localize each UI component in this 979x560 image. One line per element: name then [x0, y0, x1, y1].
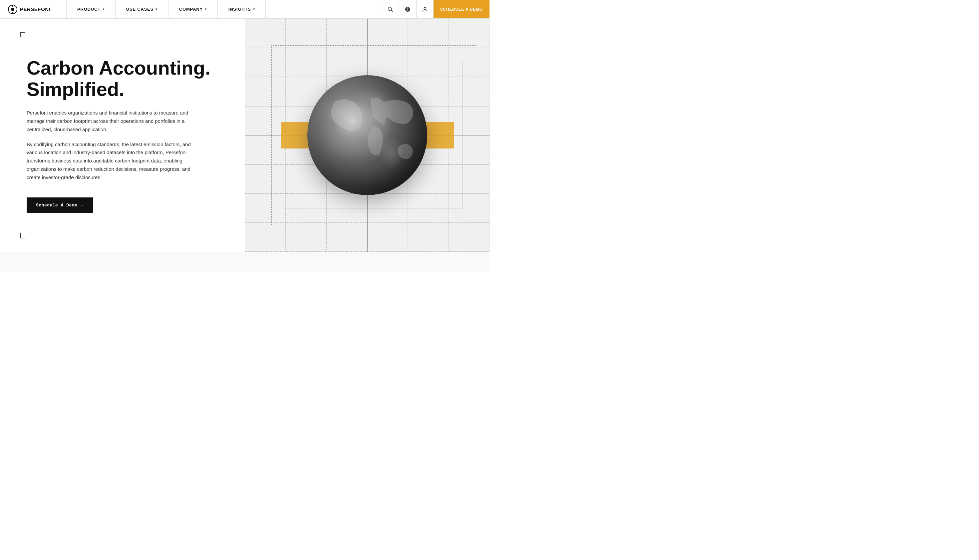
grid-cell	[286, 48, 327, 77]
nav-item-use-cases[interactable]: USE CASES ▾	[115, 0, 168, 18]
persefoni-logo-icon	[8, 5, 17, 14]
nav-item-product[interactable]: PRODUCT ▾	[67, 0, 115, 18]
nav-item-insights[interactable]: INSIGHTS ▾	[218, 0, 266, 18]
svg-point-11	[424, 7, 426, 9]
grid-cell	[245, 165, 286, 194]
grid-cell	[245, 223, 286, 252]
nav-use-cases-label: USE CASES	[126, 7, 153, 12]
grid-cell	[326, 193, 367, 223]
grid-cell	[408, 193, 449, 223]
bottom-section	[0, 252, 489, 272]
grid-cell	[326, 48, 367, 77]
grid-cell	[449, 106, 490, 135]
nav-company-label: COMPANY	[179, 7, 203, 12]
hero-cta-label: Schedule A Demo	[36, 203, 78, 208]
grid-cell	[449, 48, 490, 77]
globe-container	[307, 75, 427, 195]
globe-visual	[307, 75, 427, 195]
schedule-demo-button[interactable]: SCHEDULE A DEMO	[434, 0, 489, 18]
grid-cell	[449, 77, 490, 106]
hero-right	[245, 18, 489, 252]
grid-cell	[367, 18, 408, 48]
grid-cell	[245, 135, 286, 165]
user-icon	[422, 7, 427, 12]
chevron-down-icon: ▾	[253, 7, 255, 11]
hero-description-1: Persefoni enables organizations and fina…	[27, 109, 200, 133]
grid-cell	[449, 193, 490, 223]
navigation: PERSEFONI PRODUCT ▾ USE CASES ▾ COMPANY …	[0, 0, 489, 18]
nav-items: PRODUCT ▾ USE CASES ▾ COMPANY ▾ INSIGHTS…	[67, 0, 382, 18]
chevron-down-icon: ▾	[205, 7, 207, 11]
grid-cell	[326, 223, 367, 252]
nav-product-label: PRODUCT	[77, 7, 100, 12]
grid-cell	[245, 77, 286, 106]
grid-cell	[245, 193, 286, 223]
hero-left: Carbon Accounting. Simplified. Persefoni…	[0, 18, 245, 252]
globe-continents-svg	[307, 75, 427, 195]
user-button[interactable]	[416, 0, 434, 18]
nav-item-company[interactable]: COMPANY ▾	[168, 0, 218, 18]
hero-cta-button[interactable]: Schedule A Demo →	[27, 197, 93, 213]
grid-cell	[245, 48, 286, 77]
hero-description-2: By codifying carbon accounting standards…	[27, 140, 200, 182]
logo-link[interactable]: PERSEFONI	[0, 0, 67, 18]
grid-cell	[449, 18, 490, 48]
grid-cell	[286, 18, 327, 48]
grid-cell	[286, 193, 327, 223]
corner-bracket-top-left	[20, 32, 25, 37]
grid-cell	[245, 106, 286, 135]
grid-cell	[326, 18, 367, 48]
svg-point-1	[11, 8, 14, 11]
globe-icon	[405, 7, 410, 12]
globe-button[interactable]	[399, 0, 416, 18]
grid-cell	[449, 135, 490, 165]
arrow-icon: →	[81, 203, 83, 208]
hero-section: Carbon Accounting. Simplified. Persefoni…	[0, 18, 489, 252]
grid-cell	[245, 18, 286, 48]
corner-bracket-bottom-left	[20, 233, 25, 238]
grid-cell	[367, 193, 408, 223]
search-icon	[388, 7, 393, 12]
grid-cell	[367, 48, 408, 77]
svg-line-5	[391, 10, 392, 11]
logo-text: PERSEFONI	[20, 6, 50, 12]
grid-cell	[286, 223, 327, 252]
hero-title: Carbon Accounting. Simplified.	[27, 57, 225, 100]
chevron-down-icon: ▾	[103, 7, 105, 11]
grid-cell	[367, 223, 408, 252]
grid-cell	[408, 48, 449, 77]
nav-insights-label: INSIGHTS	[228, 7, 251, 12]
chevron-down-icon: ▾	[155, 7, 157, 11]
search-button[interactable]	[382, 0, 399, 18]
grid-cell	[408, 223, 449, 252]
grid-cell	[449, 223, 490, 252]
nav-actions: SCHEDULE A DEMO	[382, 0, 489, 18]
grid-cell	[449, 165, 490, 194]
grid-cell	[408, 18, 449, 48]
